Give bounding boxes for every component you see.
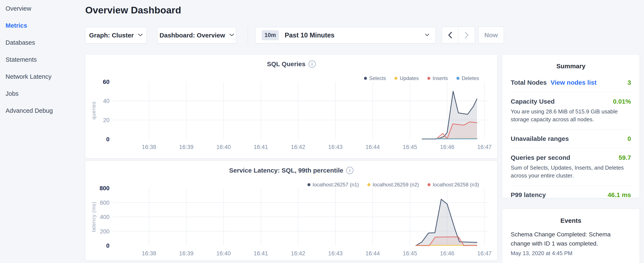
svg-text:16:44: 16:44	[366, 250, 380, 256]
summary-row-label: Total Nodes	[511, 79, 546, 86]
summary-row-value: 0.01%	[613, 98, 631, 105]
summary-row-value: 59.7	[619, 154, 631, 161]
svg-text:800: 800	[100, 186, 110, 191]
summary-rows: Total NodesView nodes list3Capacity Used…	[511, 73, 631, 204]
sidebar-item-network-latency[interactable]: Network Latency	[6, 68, 85, 85]
svg-text:40: 40	[103, 98, 110, 104]
sidebar: OverviewMetricsDatabasesStatementsNetwor…	[0, 0, 85, 263]
legend-dot-icon	[394, 77, 397, 80]
svg-text:16:44: 16:44	[366, 144, 380, 150]
sidebar-item-databases[interactable]: Databases	[6, 34, 85, 51]
summary-panel: Summary Total NodesView nodes list3Capac…	[502, 54, 640, 198]
app-root: OverviewMetricsDatabasesStatementsNetwor…	[0, 0, 644, 263]
events-list: Schema Change Completed: Schema change w…	[511, 230, 631, 256]
controls-divider	[248, 28, 248, 43]
time-range-label: Past 10 Minutes	[285, 32, 425, 39]
chevron-down-icon	[230, 34, 234, 37]
svg-text:0: 0	[106, 242, 110, 249]
summary-row-value: 3	[628, 79, 631, 86]
time-range-badge: 10m	[262, 30, 279, 40]
svg-text:600: 600	[100, 200, 110, 206]
summary-row-label: Unavailable ranges	[511, 135, 569, 142]
svg-text:16:43: 16:43	[328, 144, 343, 150]
dashboard-dropdown[interactable]: Dashboard: Overview	[157, 27, 236, 43]
svg-text:16:39: 16:39	[179, 144, 194, 150]
summary-row-label: Capacity Used	[511, 98, 555, 105]
graph-scope-dropdown[interactable]: Graph: Cluster	[85, 27, 147, 43]
summary-row-value: 46.1 ms	[608, 191, 631, 198]
chart-title: SQL Queries	[267, 60, 305, 68]
legend-dot-icon	[427, 77, 430, 80]
time-step-button-group	[442, 27, 475, 44]
sidebar-item-metrics[interactable]: Metrics	[6, 17, 85, 34]
time-step-back-button[interactable]	[442, 27, 458, 43]
info-icon[interactable]: i	[346, 167, 353, 174]
summary-panel-title: Summary	[511, 63, 631, 70]
svg-text:16:46: 16:46	[440, 250, 454, 256]
summary-row-label: P99 latency	[511, 191, 546, 198]
summary-row-label: Queries per second	[511, 154, 570, 161]
sidebar-item-jobs[interactable]: Jobs	[6, 85, 85, 102]
event-item: Schema Change Completed: Schema change w…	[511, 230, 631, 256]
events-panel-title: Events	[511, 217, 631, 224]
info-icon[interactable]: i	[308, 60, 316, 68]
legend-dot-icon	[428, 183, 430, 186]
sidebar-nav-list: OverviewMetricsDatabasesStatementsNetwor…	[0, 0, 85, 119]
svg-text:16:38: 16:38	[142, 144, 156, 150]
chart-title: Service Latency: SQL, 99th percentile	[229, 167, 343, 174]
now-button[interactable]: Now	[478, 27, 504, 44]
summary-row: Queries per second59.7Sum of Selects, Up…	[511, 148, 631, 185]
svg-text:200: 200	[100, 228, 110, 235]
legend-dot-icon	[456, 77, 460, 80]
svg-text:latency (ms): latency (ms)	[91, 202, 96, 232]
svg-text:60: 60	[103, 80, 110, 85]
svg-text:16:47: 16:47	[477, 144, 492, 150]
svg-text:16:38: 16:38	[142, 250, 156, 256]
event-timestamp: May 13, 2020 at 4:45 PM	[511, 250, 631, 256]
svg-text:16:43: 16:43	[328, 250, 343, 256]
summary-row: Unavailable ranges0	[511, 129, 631, 148]
svg-text:16:42: 16:42	[291, 144, 305, 150]
event-text: Schema Change Completed: Schema change w…	[511, 230, 631, 248]
summary-row-value: 0	[628, 135, 631, 142]
dashboard-dropdown-label: Dashboard: Overview	[160, 32, 225, 39]
sidebar-item-statements[interactable]: Statements	[6, 51, 85, 68]
now-button-label: Now	[484, 32, 498, 39]
page-title: Overview Dashboard	[85, 5, 181, 16]
summary-row-description: You are using 28.6 MiB of 515.9 GiB usab…	[511, 108, 631, 123]
sidebar-item-overview[interactable]: Overview	[6, 0, 85, 17]
svg-text:16:45: 16:45	[403, 144, 417, 150]
service-latency-chart-plot[interactable]: 16:3816:3916:4016:4116:4216:4316:4416:45…	[90, 186, 494, 257]
summary-row: Capacity Used0.01%You are using 28.6 MiB…	[511, 92, 631, 129]
svg-text:16:40: 16:40	[216, 144, 231, 150]
svg-text:16:46: 16:46	[440, 144, 454, 150]
time-range-picker[interactable]: 10m Past 10 Minutes	[255, 27, 436, 43]
legend-dot-icon	[368, 183, 370, 186]
svg-text:16:39: 16:39	[179, 250, 194, 256]
svg-text:0: 0	[106, 136, 110, 143]
legend-dot-icon	[308, 183, 310, 186]
view-nodes-list-link[interactable]: View nodes list	[550, 79, 596, 86]
svg-text:16:45: 16:45	[403, 250, 417, 256]
time-step-forward-button[interactable]	[458, 27, 475, 43]
svg-text:16:41: 16:41	[254, 144, 268, 150]
svg-text:16:40: 16:40	[216, 250, 231, 256]
summary-row-description: Sum of Selects, Updates, Inserts, and De…	[511, 164, 631, 180]
chevron-left-icon	[447, 32, 453, 39]
svg-text:queries: queries	[91, 101, 96, 120]
summary-row: P99 latency46.1 ms	[511, 185, 631, 204]
chevron-right-icon	[464, 32, 470, 39]
graph-scope-dropdown-label: Graph: Cluster	[89, 32, 134, 39]
summary-row: Total NodesView nodes list3	[511, 73, 631, 92]
events-panel: Events Schema Change Completed: Schema c…	[502, 209, 640, 263]
sidebar-item-advanced-debug[interactable]: Advanced Debug	[6, 102, 85, 119]
legend-dot-icon	[364, 77, 367, 80]
sql-queries-chart-plot[interactable]: 16:3816:3916:4016:4116:4216:4316:4416:45…	[90, 80, 494, 151]
svg-text:400: 400	[100, 214, 110, 220]
svg-text:16:41: 16:41	[254, 250, 268, 256]
service-latency-chart-card: Service Latency: SQL, 99th percentile i …	[85, 161, 498, 261]
svg-text:20: 20	[103, 117, 110, 123]
chevron-down-icon	[138, 34, 143, 37]
sql-queries-chart-card: SQL Queries i SelectsUpdatesInsertsDelet…	[85, 54, 498, 158]
svg-text:16:42: 16:42	[291, 250, 305, 256]
